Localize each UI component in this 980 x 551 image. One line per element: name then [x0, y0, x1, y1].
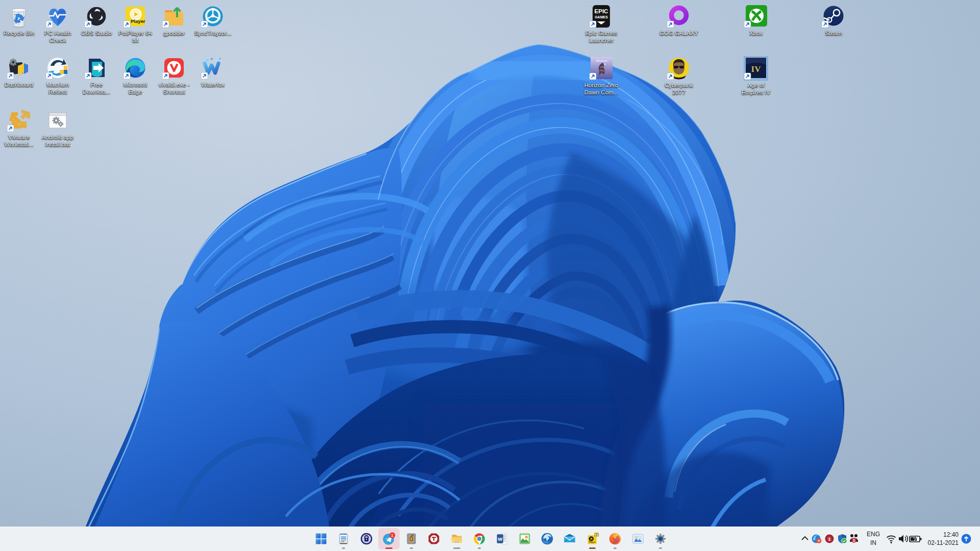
svg-text:Player: Player	[131, 18, 145, 24]
svg-text:1: 1	[391, 533, 394, 538]
svg-text:1: 1	[853, 538, 855, 543]
svg-text:EPIC: EPIC	[595, 8, 608, 14]
svg-text:GAMES: GAMES	[595, 15, 608, 19]
svg-text:1: 1	[828, 537, 830, 542]
svg-text:Player: Player	[589, 541, 596, 543]
svg-text:W: W	[498, 536, 502, 542]
svg-text:IV: IV	[751, 64, 762, 74]
svg-text:Horizon: Horizon	[596, 59, 607, 62]
